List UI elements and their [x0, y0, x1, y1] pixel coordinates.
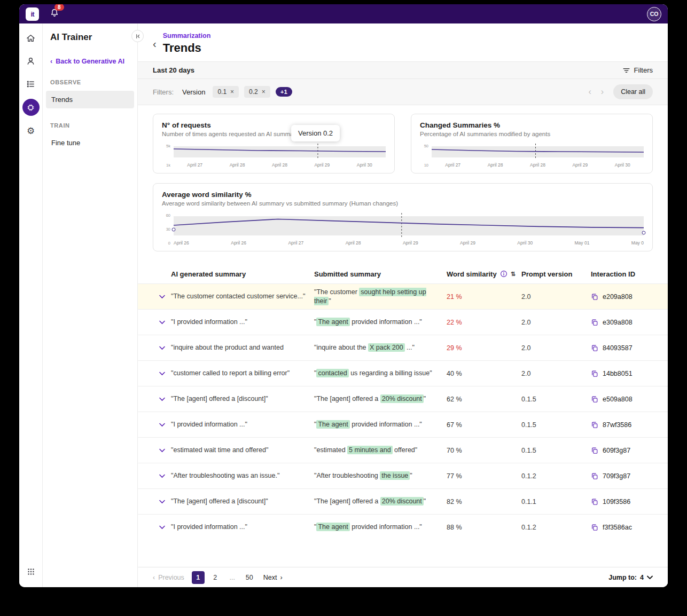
previous-page-button[interactable]: ‹ Previous — [153, 574, 184, 581]
page-title: Trends — [163, 41, 211, 55]
submitted-summary-cell: "contacted us regarding a billing issue" — [314, 369, 447, 377]
prompt-version-cell: 0.1.5 — [521, 396, 591, 403]
main-content: ‹ Summarization Trends Last 20 days Filt… — [138, 23, 668, 587]
notifications-button[interactable]: 8 — [50, 8, 59, 20]
filters-button[interactable]: Filters — [622, 66, 653, 74]
sidebar: AI Trainer ‹ Back to Generative AI OBSER… — [43, 23, 138, 587]
pagination-bar: ‹ Previous 12...50 Next › Jump to: 4 — [138, 567, 668, 587]
info-icon[interactable] — [500, 270, 508, 278]
col-prompt-version: Prompt version — [521, 270, 591, 278]
copy-icon[interactable] — [591, 396, 598, 403]
expand-row-icon[interactable] — [153, 372, 171, 376]
prompt-version-cell: 0.1.2 — [521, 524, 591, 531]
app-window: it 8 CO ⚙ — [19, 4, 668, 587]
close-icon[interactable]: × — [262, 88, 266, 96]
close-icon[interactable]: × — [230, 88, 234, 96]
sort-icon[interactable]: ⇅ — [511, 271, 516, 278]
word-similarity-cell: 22 % — [447, 319, 521, 326]
table-row[interactable]: "After troubleshooting was an issue." "A… — [138, 463, 668, 488]
expand-row-icon[interactable] — [153, 423, 171, 427]
prompt-version-cell: 2.0 — [521, 370, 591, 377]
submitted-summary-cell: "estimated 5 minutes and offered" — [314, 446, 447, 454]
filter-chip-0-1[interactable]: 0.1 × — [213, 86, 239, 98]
chevron-right-icon: › — [280, 574, 283, 581]
expand-row-icon[interactable] — [153, 525, 171, 530]
copy-icon[interactable] — [591, 370, 598, 377]
table-row[interactable]: "The customer contacted customer service… — [138, 283, 668, 309]
table-row[interactable]: "customer called to report a billing err… — [138, 360, 668, 386]
prompt-version-cell: 0.1.5 — [521, 447, 591, 454]
back-to-generative-ai-link[interactable]: ‹ Back to Generative AI — [50, 58, 130, 65]
back-link-label: Back to Generative AI — [56, 58, 124, 65]
summaries-table: AI generated summary Submitted summary W… — [138, 264, 668, 567]
app-logo[interactable]: it — [26, 7, 39, 21]
expand-row-icon[interactable] — [153, 295, 171, 299]
expand-row-icon[interactable] — [153, 448, 171, 453]
agents-icon[interactable] — [23, 53, 39, 69]
home-icon[interactable] — [23, 30, 39, 46]
filters-scroll-left-icon[interactable]: ‹ — [588, 87, 591, 97]
expand-row-icon[interactable] — [153, 320, 171, 325]
col-ai-generated-summary: AI generated summary — [171, 270, 314, 278]
page-button[interactable]: 2 — [209, 571, 222, 584]
clear-all-button[interactable]: Clear all — [613, 84, 653, 99]
ai-trainer-icon[interactable] — [22, 99, 40, 116]
expand-row-icon[interactable] — [153, 397, 171, 401]
collapse-sidebar-button[interactable] — [131, 30, 144, 42]
word-similarity-cell: 29 % — [447, 344, 521, 352]
line-chart: April 27April 28April 28April 29April 30 — [174, 144, 386, 168]
table-row[interactable]: "I provided information ..." "The agent … — [138, 514, 668, 540]
table-row[interactable]: "I provided information ..." "The agent … — [138, 412, 668, 437]
copy-icon[interactable] — [591, 498, 598, 506]
page-button[interactable]: 1 — [192, 571, 205, 584]
y-axis-ticks: 5k1k — [162, 144, 170, 168]
table-header-row: AI generated summary Submitted summary W… — [138, 264, 668, 283]
copy-icon[interactable] — [591, 472, 598, 480]
table-row[interactable]: "inquire about the product and wanted "i… — [138, 335, 668, 360]
filters-button-label: Filters — [634, 66, 653, 74]
page-button[interactable]: 50 — [243, 571, 256, 584]
jump-to-selector[interactable]: Jump to: 4 — [608, 574, 653, 581]
col-word-similarity: Word similarity ⇅ — [447, 270, 521, 278]
highlighted-diff: 20% discount — [380, 394, 424, 403]
filters-scroll-right-icon[interactable]: › — [601, 87, 604, 97]
user-avatar[interactable]: CO — [647, 7, 661, 21]
sidebar-item-trends[interactable]: Trends — [46, 91, 134, 108]
prompt-version-cell: 0.1.1 — [521, 498, 591, 506]
expand-row-icon[interactable] — [153, 500, 171, 504]
table-row[interactable]: "estimated wait time and offered" "estim… — [138, 437, 668, 463]
filter-field-name: Version — [182, 88, 205, 96]
table-row[interactable]: "The [agent] offered a [discount]" "The … — [138, 386, 668, 412]
line-chart: April 27April 28April 28April 29April 30 — [432, 144, 644, 168]
next-page-button[interactable]: Next › — [263, 574, 283, 581]
table-row[interactable]: "I provided information ..." "The agent … — [138, 309, 668, 335]
x-axis-labels: April 27April 28April 28April 29April 30 — [174, 162, 386, 168]
queue-icon[interactable] — [23, 76, 39, 92]
copy-icon[interactable] — [591, 421, 598, 429]
copy-icon[interactable] — [591, 447, 598, 454]
prompt-version-cell: 0.1.5 — [521, 421, 591, 429]
sidebar-item-fine-tune[interactable]: Fine tune — [46, 134, 134, 152]
expand-row-icon[interactable] — [153, 474, 171, 478]
ai-summary-cell: "I provided information ..." — [171, 523, 314, 531]
filter-chip-0-2[interactable]: 0.2 × — [244, 86, 270, 98]
charts-section: N° of requests Number of times agents re… — [138, 105, 668, 251]
expand-row-icon[interactable] — [153, 346, 171, 350]
copy-icon[interactable] — [591, 319, 598, 326]
submitted-summary-cell: "The agent provided information ..." — [314, 420, 447, 429]
interaction-id-cell: 14bb8051 — [591, 370, 653, 377]
breadcrumb[interactable]: Summarization — [163, 32, 211, 40]
app-grid-icon[interactable] — [23, 564, 39, 580]
copy-icon[interactable] — [591, 524, 598, 531]
more-filters-badge[interactable]: +1 — [276, 87, 292, 97]
submitted-summary-cell: "The customer sought help setting up the… — [314, 288, 447, 305]
page-back-icon[interactable]: ‹ — [153, 38, 157, 49]
y-axis-ticks: 5010 — [420, 144, 428, 168]
chart-title: Changed Summaries % — [420, 121, 644, 129]
table-row[interactable]: "The [agent] offered a [discount]" "The … — [138, 488, 668, 514]
ai-summary-cell: "customer called to report a billing err… — [171, 369, 314, 377]
settings-icon[interactable]: ⚙ — [23, 123, 39, 139]
section-label-observe: OBSERVE — [50, 79, 130, 85]
copy-icon[interactable] — [591, 344, 598, 352]
copy-icon[interactable] — [591, 293, 598, 301]
